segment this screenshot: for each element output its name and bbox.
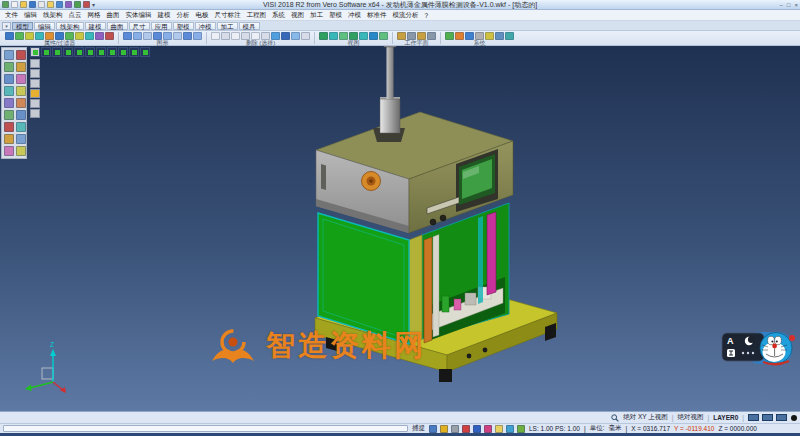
palette-icon[interactable] bbox=[4, 146, 14, 156]
palette-icon[interactable] bbox=[16, 110, 26, 120]
selection-mode-icon[interactable] bbox=[30, 79, 40, 88]
ribbon-icon[interactable] bbox=[261, 32, 270, 40]
toolbar-tab[interactable]: 尺寸 bbox=[129, 22, 150, 30]
ribbon-icon[interactable] bbox=[153, 32, 162, 40]
ribbon-icon[interactable] bbox=[211, 32, 220, 40]
ribbon-icon[interactable] bbox=[475, 32, 484, 40]
palette-icon[interactable] bbox=[16, 86, 26, 96]
color-swatch[interactable] bbox=[776, 414, 787, 421]
view-status[interactable]: 绝对视图 bbox=[678, 413, 704, 422]
ribbon-icon[interactable] bbox=[301, 32, 310, 40]
tab-overflow-button[interactable]: ▾ bbox=[2, 22, 11, 30]
ribbon-icon[interactable] bbox=[35, 32, 44, 40]
ribbon-icon[interactable] bbox=[173, 32, 182, 40]
toolbar-tab[interactable]: 线架构 bbox=[56, 22, 84, 30]
menu-item[interactable]: 冲模 bbox=[347, 11, 362, 20]
toolbar-tab[interactable]: 应用 bbox=[151, 22, 172, 30]
palette-icon[interactable] bbox=[4, 122, 14, 132]
palette-icon[interactable] bbox=[16, 98, 26, 108]
ribbon-icon[interactable] bbox=[95, 32, 104, 40]
menu-item[interactable]: 线架构 bbox=[42, 11, 64, 20]
ribbon-icon[interactable] bbox=[15, 32, 24, 40]
palette-icon[interactable] bbox=[4, 50, 14, 60]
ribbon-icon[interactable] bbox=[45, 32, 54, 40]
view-orientation-icon[interactable] bbox=[129, 47, 139, 57]
toolbar-tab[interactable]: 塑模 bbox=[173, 22, 194, 30]
menu-item[interactable]: ? bbox=[424, 12, 430, 19]
menu-item[interactable]: 标准件 bbox=[366, 11, 388, 20]
palette-icon[interactable] bbox=[16, 50, 26, 60]
view-orientation-icon[interactable] bbox=[74, 47, 84, 57]
color-swatch[interactable] bbox=[748, 414, 759, 421]
menu-item[interactable]: 工程图 bbox=[246, 11, 268, 20]
palette-icon[interactable] bbox=[16, 146, 26, 156]
snap-toggle-icon[interactable] bbox=[495, 425, 503, 433]
snap-toggle-icon[interactable] bbox=[429, 425, 437, 433]
ribbon-icon[interactable] bbox=[379, 32, 388, 40]
toolbar-tab[interactable]: 加工 bbox=[217, 22, 238, 30]
ribbon-icon[interactable] bbox=[329, 32, 338, 40]
selection-mode-icon[interactable] bbox=[30, 99, 40, 108]
ribbon-icon[interactable] bbox=[163, 32, 172, 40]
palette-icon[interactable] bbox=[16, 74, 26, 84]
palette-icon[interactable] bbox=[4, 134, 14, 144]
menu-item[interactable]: 模流分析 bbox=[392, 11, 420, 20]
ribbon-icon[interactable] bbox=[85, 32, 94, 40]
snap-toggle-icon[interactable] bbox=[517, 425, 525, 433]
menu-item[interactable]: 实体编辑 bbox=[125, 11, 153, 20]
selection-mode-icon[interactable] bbox=[30, 59, 40, 68]
toolbar-tab[interactable]: 冲模 bbox=[195, 22, 216, 30]
snap-toggle-icon[interactable] bbox=[473, 425, 481, 433]
ribbon-icon[interactable] bbox=[319, 32, 328, 40]
ribbon-icon[interactable] bbox=[281, 32, 290, 40]
snap-toggle-icon[interactable] bbox=[462, 425, 470, 433]
menu-item[interactable]: 分析 bbox=[176, 11, 191, 20]
magnifier-icon[interactable] bbox=[611, 414, 619, 422]
ribbon-icon[interactable] bbox=[465, 32, 474, 40]
palette-icon[interactable] bbox=[4, 98, 14, 108]
selection-mode-icon[interactable] bbox=[30, 89, 40, 98]
palette-icon[interactable] bbox=[4, 74, 14, 84]
view-orientation-icon[interactable] bbox=[96, 47, 106, 57]
ime-mode-button[interactable]: A bbox=[727, 336, 734, 346]
menu-item[interactable]: 塑模 bbox=[328, 11, 343, 20]
viewport-3d[interactable]: Z 智造资料网 A bbox=[0, 46, 800, 411]
ribbon-icon[interactable] bbox=[241, 32, 250, 40]
menu-item[interactable]: 加工 bbox=[309, 11, 324, 20]
units-value[interactable]: 毫米 bbox=[608, 424, 621, 433]
view-orientation-icon[interactable] bbox=[107, 47, 117, 57]
menu-item[interactable]: 电极 bbox=[195, 11, 210, 20]
ribbon-icon[interactable] bbox=[105, 32, 114, 40]
menu-item[interactable]: 文件 bbox=[4, 11, 19, 20]
ribbon-icon[interactable] bbox=[123, 32, 132, 40]
command-input[interactable] bbox=[3, 425, 408, 432]
toolbar-tab[interactable]: 曲面 bbox=[107, 22, 128, 30]
view-orientation-icon[interactable] bbox=[118, 47, 128, 57]
ribbon-icon[interactable] bbox=[417, 32, 426, 40]
menu-item[interactable]: 系统 bbox=[271, 11, 286, 20]
ribbon-icon[interactable] bbox=[55, 32, 64, 40]
menu-item[interactable]: 网格 bbox=[87, 11, 102, 20]
ribbon-icon[interactable] bbox=[455, 32, 464, 40]
ribbon-icon[interactable] bbox=[271, 32, 280, 40]
menu-item[interactable]: 建模 bbox=[157, 11, 172, 20]
ribbon-icon[interactable] bbox=[427, 32, 436, 40]
ribbon-icon[interactable] bbox=[221, 32, 230, 40]
ribbon-icon[interactable] bbox=[25, 32, 34, 40]
ribbon-icon[interactable] bbox=[75, 32, 84, 40]
palette-icon[interactable] bbox=[16, 62, 26, 72]
ribbon-icon[interactable] bbox=[485, 32, 494, 40]
ribbon-icon[interactable] bbox=[133, 32, 142, 40]
ribbon-icon[interactable] bbox=[407, 32, 416, 40]
menu-item[interactable]: 编辑 bbox=[23, 11, 38, 20]
toolbar-tab[interactable]: 编辑 bbox=[34, 22, 55, 30]
palette-icon[interactable] bbox=[16, 122, 26, 132]
ribbon-icon[interactable] bbox=[359, 32, 368, 40]
ribbon-icon[interactable] bbox=[339, 32, 348, 40]
ribbon-icon[interactable] bbox=[291, 32, 300, 40]
toolbar-tab[interactable]: 建模 bbox=[85, 22, 106, 30]
layer-indicator[interactable]: LAYER0 bbox=[713, 414, 738, 421]
background-color-dot[interactable] bbox=[791, 415, 797, 421]
maximize-button[interactable]: □ bbox=[787, 0, 791, 10]
palette-icon[interactable] bbox=[4, 86, 14, 96]
